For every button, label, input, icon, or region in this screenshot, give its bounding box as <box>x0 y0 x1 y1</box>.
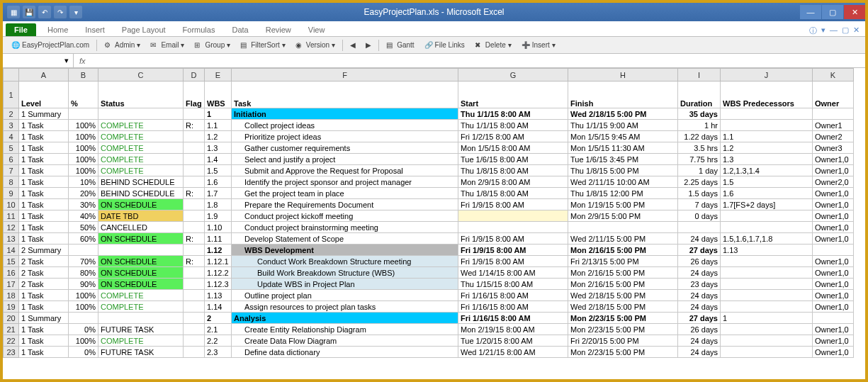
cell-pct[interactable]: 50% <box>69 222 98 233</box>
cell-wbs[interactable]: 1.4 <box>205 154 232 165</box>
cell-start[interactable]: Mon 2/19/15 8:00 AM <box>458 324 568 335</box>
cell-dur[interactable]: 7 days <box>678 199 721 210</box>
cell-start[interactable] <box>458 210 568 222</box>
cell-pct[interactable]: 100% <box>69 120 98 131</box>
header-task[interactable]: Task <box>232 82 458 108</box>
row-header[interactable]: 4 <box>4 131 19 142</box>
cell-pct[interactable] <box>69 313 98 324</box>
cell-dur[interactable]: 1 hr <box>678 120 721 131</box>
cell-dur[interactable]: 24 days <box>678 301 721 313</box>
cell-wbs[interactable]: 1.12 <box>205 245 232 256</box>
cell-start[interactable]: Fri 1/16/15 8:00 AM <box>458 290 568 301</box>
help-icon[interactable]: ⓘ <box>809 26 817 36</box>
cell-status[interactable]: ON SCHEDULE <box>98 267 184 279</box>
ribbon-minimize-icon[interactable]: ▾ <box>821 26 825 36</box>
cell-finish[interactable]: Tue 1/6/15 3:45 PM <box>568 154 678 165</box>
cell-start[interactable]: Fri 1/16/15 8:00 AM <box>458 301 568 313</box>
cell-dur[interactable]: 24 days <box>678 347 721 358</box>
cell-task[interactable]: Build Work Breakdown Structure (WBS) <box>232 267 458 279</box>
cell-pct[interactable]: 30% <box>69 199 98 210</box>
cell-wbs[interactable]: 1.7 <box>205 188 232 199</box>
ribbon-tab-formulas[interactable]: Formulas <box>174 23 224 36</box>
cell-pred[interactable] <box>721 290 813 301</box>
cell-status[interactable]: COMPLETE <box>98 165 184 176</box>
cell-wbs[interactable]: 1.12.1 <box>205 256 232 267</box>
header-wbs[interactable]: WBS <box>205 82 232 108</box>
cell-dur[interactable]: 24 days <box>678 233 721 245</box>
cell-pred[interactable]: 1.1 <box>721 131 813 142</box>
cell-task[interactable]: Assign resources to project plan tasks <box>232 301 458 313</box>
cell-status[interactable]: COMPLETE <box>98 301 184 313</box>
cell-level[interactable]: 1 Task <box>19 301 69 313</box>
cell-dur[interactable]: 27 days <box>678 313 721 324</box>
cell-dur[interactable]: 3.5 hrs <box>678 142 721 154</box>
cell-flag[interactable] <box>184 131 205 142</box>
cell-owner[interactable] <box>813 108 854 120</box>
cell-level[interactable]: 1 Task <box>19 142 69 154</box>
cell-pred[interactable]: 1.13 <box>721 245 813 256</box>
cell-flag[interactable] <box>184 108 205 120</box>
ribbon-tab-review[interactable]: Review <box>257 23 300 36</box>
redo-icon[interactable]: ↷ <box>54 6 67 18</box>
cell-flag[interactable]: R: <box>184 188 205 199</box>
cell-flag[interactable]: R: <box>184 256 205 267</box>
cell-start[interactable]: Fri 1/16/15 8:00 AM <box>458 313 568 324</box>
cell-status[interactable]: COMPLETE <box>98 131 184 142</box>
header-flag[interactable]: Flag <box>184 82 205 108</box>
cell-owner[interactable]: Owner1,0 <box>813 222 854 233</box>
cell-level[interactable]: 1 Task <box>19 324 69 335</box>
tool-prev[interactable]: ◀ <box>346 40 360 50</box>
cell-wbs[interactable]: 1 <box>205 108 232 120</box>
cell-pct[interactable]: 60% <box>69 233 98 245</box>
header-predecessors[interactable]: WBS Predecessors <box>721 82 813 108</box>
cell-level[interactable]: 1 Task <box>19 120 69 131</box>
cell-pct[interactable]: 100% <box>69 142 98 154</box>
cell-pred[interactable] <box>721 347 813 358</box>
cell-flag[interactable] <box>184 245 205 256</box>
cell-pred[interactable] <box>721 324 813 335</box>
cell-start[interactable]: Fri 1/9/15 8:00 AM <box>458 199 568 210</box>
col-header-J[interactable]: J <box>721 69 813 82</box>
cell-status[interactable]: BEHIND SCHEDULE <box>98 188 184 199</box>
row-header[interactable]: 14 <box>4 245 19 256</box>
row-header[interactable]: 8 <box>4 176 19 188</box>
cell-owner[interactable]: Owner1,0 <box>813 301 854 313</box>
cell-wbs[interactable]: 1.3 <box>205 142 232 154</box>
cell-owner[interactable]: Owner1,0 <box>813 256 854 267</box>
cell-pct[interactable]: 90% <box>69 279 98 290</box>
cell-pred[interactable]: 1.5,1.6,1.7,1.8 <box>721 233 813 245</box>
row-header[interactable]: 15 <box>4 256 19 267</box>
cell-pred[interactable]: 1.6 <box>721 188 813 199</box>
cell-level[interactable]: 1 Task <box>19 222 69 233</box>
cell-status[interactable]: COMPLETE <box>98 142 184 154</box>
cell-status[interactable]: ON SCHEDULE <box>98 199 184 210</box>
tool-filelinks[interactable]: 🔗File Links <box>420 40 469 51</box>
cell-wbs[interactable]: 1.2 <box>205 131 232 142</box>
cell-wbs[interactable]: 1.12.3 <box>205 279 232 290</box>
cell-flag[interactable] <box>184 222 205 233</box>
cell-status[interactable] <box>98 108 184 120</box>
cell-level[interactable]: 1 Task <box>19 290 69 301</box>
cell-flag[interactable] <box>184 279 205 290</box>
cell-pct[interactable]: 20% <box>69 188 98 199</box>
cell-status[interactable] <box>98 245 184 256</box>
cell-level[interactable]: 2 Task <box>19 279 69 290</box>
cell-dur[interactable]: 35 days <box>678 108 721 120</box>
cell-owner[interactable]: Owner1,0 <box>813 154 854 165</box>
row-header-1[interactable]: 1 <box>4 82 19 108</box>
cell-owner[interactable]: Owner1,0 <box>813 188 854 199</box>
cell-dur[interactable]: 24 days <box>678 335 721 347</box>
col-header-F[interactable]: F <box>232 69 458 82</box>
cell-task[interactable]: Conduct Work Breakdown Structure meeting <box>232 256 458 267</box>
col-header-D[interactable]: D <box>184 69 205 82</box>
cell-owner[interactable]: Owner1,0 <box>813 324 854 335</box>
fx-label[interactable]: fx <box>74 57 91 65</box>
cell-flag[interactable] <box>184 176 205 188</box>
cell-status[interactable]: DATE TBD <box>98 210 184 222</box>
col-header-K[interactable]: K <box>813 69 854 82</box>
cell-owner[interactable]: Owner1,0 <box>813 279 854 290</box>
cell-status[interactable]: ON SCHEDULE <box>98 256 184 267</box>
cell-task[interactable]: Gather customer requirements <box>232 142 458 154</box>
cell-owner[interactable]: Owner1,0 <box>813 165 854 176</box>
cell-dur[interactable]: 1.5 days <box>678 188 721 199</box>
